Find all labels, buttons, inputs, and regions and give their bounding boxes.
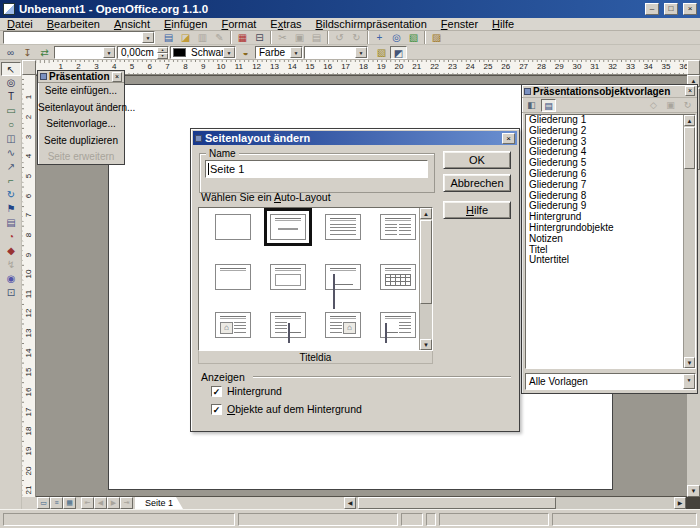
layout-option-title-slide[interactable] [270, 214, 306, 240]
spin-down-icon[interactable]: ▾ [157, 53, 168, 59]
layout-scrollbar[interactable]: ▲ ▼ [419, 208, 432, 350]
open-document-icon[interactable]: ◪ [177, 31, 194, 44]
palette-item[interactable]: Seite einfügen... [38, 83, 124, 100]
chevron-down-icon[interactable]: ▼ [683, 374, 695, 389]
chevron-down-icon[interactable]: ▼ [223, 47, 235, 58]
fill-color-combobox[interactable]: ▼ [304, 46, 368, 59]
new-style-icon[interactable]: ▣ [663, 99, 678, 112]
layout-option-title-chart[interactable] [325, 264, 361, 290]
style-list-item[interactable]: Untertitel [526, 255, 695, 266]
palette-titlebar[interactable]: Präsentation × [38, 71, 124, 83]
scrollbar-thumb[interactable] [420, 220, 432, 304]
print-icon[interactable]: ⊟ [251, 31, 268, 44]
helplines-icon[interactable]: ⇄ [36, 46, 53, 59]
fill-style-icon[interactable]: ◒ [237, 46, 254, 59]
cancel-button[interactable]: Abbrechen [443, 174, 511, 192]
redo-icon[interactable]: ↻ [348, 31, 365, 44]
menu-item[interactable]: Bearbeiten [40, 18, 107, 31]
new-document-icon[interactable]: ▤ [160, 31, 177, 44]
last-page-button[interactable]: ⇥ [120, 497, 133, 509]
name-input[interactable]: Seite 1 [205, 160, 428, 178]
zoom-tool[interactable]: ◎ [1, 76, 21, 90]
paste-icon[interactable]: ▤ [308, 31, 325, 44]
rectangle-tool[interactable]: ▭ [1, 104, 21, 118]
glue-points-icon[interactable]: ↧ [19, 46, 36, 59]
palette-item[interactable]: Seitenlayout ändern... [38, 100, 124, 117]
layout-option-title-text-chart[interactable] [270, 312, 306, 338]
help-button[interactable]: Hilfe [443, 201, 511, 219]
edit-file-icon[interactable]: ✎ [211, 31, 228, 44]
scroll-right-icon[interactable]: ▶ [674, 497, 686, 509]
palette-item[interactable]: Seitenvorlage... [38, 116, 124, 133]
rotate-tool[interactable]: ↻ [1, 188, 21, 202]
palette-close-button[interactable]: × [112, 72, 122, 82]
select-tool[interactable]: ↖ [1, 62, 21, 76]
next-page-button[interactable]: ▶ [107, 497, 120, 509]
menu-item[interactable]: Einfügen [157, 18, 214, 31]
dialog-titlebar[interactable]: Seitenlayout ändern × [193, 131, 517, 145]
layout-option-title-chart-text[interactable] [380, 312, 416, 338]
layout-option-title-text-clipart[interactable]: ⌂ [325, 312, 361, 338]
menu-item[interactable]: Ansicht [107, 18, 157, 31]
scroll-down-icon[interactable]: ▼ [420, 339, 432, 350]
layout-option-title-only[interactable] [215, 264, 251, 290]
zoom-icon[interactable]: ◎ [388, 31, 405, 44]
first-page-button[interactable]: ⇤ [81, 497, 94, 509]
scroll-up-icon[interactable]: ▲ [684, 115, 695, 126]
3d-controller-tool[interactable]: ◉ [1, 272, 21, 286]
slides-view-button[interactable]: ▦ [63, 497, 76, 509]
chevron-down-icon[interactable]: ▼ [290, 47, 302, 58]
line-color-combobox[interactable]: Schwarz ▼ [170, 46, 236, 59]
stylist-close-button[interactable]: × [685, 86, 695, 96]
text-tool[interactable]: T [1, 90, 21, 104]
connector-tool[interactable]: ⌐ [1, 174, 21, 188]
layout-option-title-clipart-text[interactable]: ⌂ [215, 312, 251, 338]
alignment-tool[interactable]: ⚑ [1, 202, 21, 216]
close-button[interactable]: × [683, 3, 697, 15]
imagemap-icon[interactable]: ▨ [428, 31, 445, 44]
undo-icon[interactable]: ↺ [331, 31, 348, 44]
restore-button[interactable]: □ [664, 3, 678, 15]
chevron-down-icon[interactable]: ▼ [142, 32, 154, 43]
line-width-spinner[interactable]: 0,00cm ▴ ▾ [117, 46, 169, 59]
fill-type-combobox[interactable]: Farbe ▼ [255, 46, 303, 59]
style-list-item[interactable]: Gliederung 7 [526, 180, 695, 191]
style-list-scrollbar[interactable]: ▲ ▼ [683, 115, 695, 368]
scrollbar-thumb[interactable] [684, 127, 695, 169]
vertical-ruler[interactable]: 123456789101112131415161718192021 [22, 75, 36, 497]
gallery-icon[interactable]: ▧ [405, 31, 422, 44]
horizontal-scrollbar[interactable]: ◀ ▶ [344, 497, 686, 509]
style-filter-combobox[interactable]: Alle Vorlagen ▼ [525, 373, 696, 390]
presentation-styles-icon[interactable]: ▤ [541, 99, 556, 112]
menu-item[interactable]: Hilfe [485, 18, 521, 31]
page-tab[interactable]: Seite 1 [135, 497, 183, 509]
ellipse-tool[interactable]: ○ [1, 118, 21, 132]
navigator-icon[interactable]: + [371, 31, 388, 44]
layout-option-title-content[interactable] [325, 214, 361, 240]
stylist-titlebar[interactable]: Präsentationsobjektvorlagen × [522, 85, 697, 98]
fill-type-value[interactable]: Farbe [256, 47, 290, 58]
menu-item[interactable]: Fenster [434, 18, 485, 31]
save-document-icon[interactable]: ▥ [194, 31, 211, 44]
layout-option-blank[interactable] [215, 214, 251, 240]
presentation-tool[interactable]: ⊡ [1, 286, 21, 300]
layout-option-title-two-content[interactable] [380, 214, 416, 240]
scroll-left-icon[interactable]: ◀ [344, 497, 356, 509]
rotation-mode-icon[interactable]: ◩ [390, 46, 407, 59]
url-value[interactable] [4, 32, 142, 43]
graphic-styles-icon[interactable]: ◧ [524, 99, 539, 112]
cut-icon[interactable]: ✂ [274, 31, 291, 44]
menu-item[interactable]: Format [214, 18, 263, 31]
outline-view-button[interactable]: ≡ [50, 497, 63, 509]
effects-tool[interactable]: ◆ [1, 244, 21, 258]
shadow-icon[interactable]: ▧ [373, 46, 390, 59]
chevron-down-icon[interactable]: ▼ [103, 47, 115, 58]
scroll-down-icon[interactable]: ▼ [684, 357, 695, 368]
dialog-close-button[interactable]: × [502, 133, 515, 144]
hintergrund-checkbox[interactable]: ✓ [211, 386, 222, 397]
scroll-up-icon[interactable]: ▲ [420, 208, 432, 219]
palette-item[interactable]: Seite duplizieren [38, 133, 124, 150]
edit-points-icon[interactable]: ∞ [2, 46, 19, 59]
horizontal-ruler[interactable]: 1234567891011121314151617181920212223242… [36, 60, 687, 75]
objekte-checkbox[interactable]: ✓ [211, 404, 222, 415]
